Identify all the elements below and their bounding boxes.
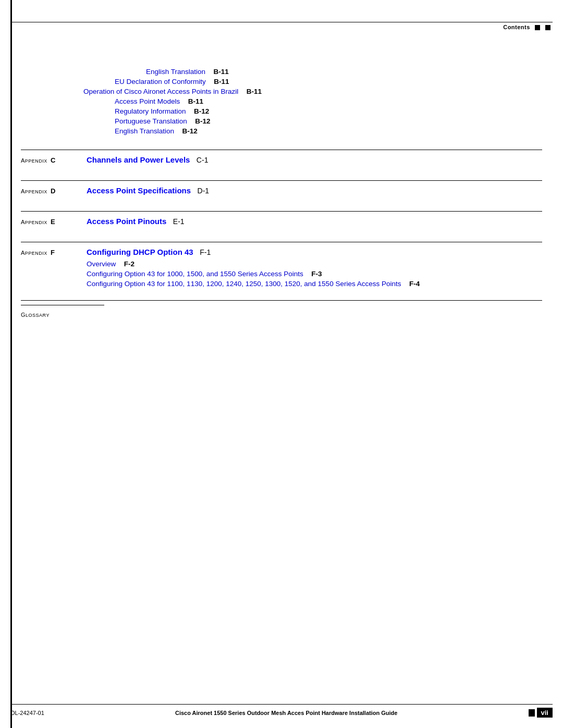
toc-entry: English Translation B-11: [115, 68, 542, 76]
toc-entry-page: B-11: [242, 88, 262, 95]
appendix-e-label: APPENDIX E: [21, 218, 78, 226]
footer-right-area: vii: [529, 708, 553, 718]
toc-entry: Regulatory Information B-12: [115, 107, 542, 115]
appendix-e-title[interactable]: Access Point Pinouts: [87, 217, 166, 226]
appendix-f-title[interactable]: Configuring DHCP Option 43: [87, 248, 193, 256]
appendix-f-label: APPENDIX F: [21, 249, 78, 256]
sub-entry-option43-1000: Configuring Option 43 for 1000, 1500, an…: [87, 270, 542, 278]
appendix-c-title[interactable]: Channels and Power Levels: [87, 155, 190, 164]
top-border: [10, 22, 553, 22]
appendix-c-page: C-1: [197, 156, 209, 164]
footer-title: Cisco Aironet 1550 Series Outdoor Mesh A…: [175, 710, 397, 716]
appendix-d-title[interactable]: Access Point Specifications: [87, 186, 191, 195]
appendix-e-title-wrapper: Access Point Pinouts E-1: [87, 217, 185, 226]
footer-top-line: [10, 704, 553, 705]
option43-1000-text[interactable]: Configuring Option 43 for 1000, 1500, an…: [87, 270, 303, 278]
appendix-d-label: APPENDIX D: [21, 187, 78, 195]
toc-entry-page: B-12: [190, 107, 210, 115]
option43-1100-page: F-4: [405, 280, 420, 288]
overview-page: F-2: [120, 260, 134, 268]
appendix-f-title-wrapper: Configuring DHCP Option 43 F-1: [87, 248, 211, 257]
toc-entry: English Translation B-12: [115, 127, 542, 135]
appendix-f-sub-entries: Overview F-2 Configuring Option 43 for 1…: [87, 260, 542, 288]
appendix-c-label: APPENDIX C: [21, 156, 78, 164]
contents-label: Contents: [503, 24, 530, 30]
header-square: [535, 25, 540, 30]
sub-entry-overview: Overview F-2: [87, 260, 542, 268]
toc-section: English Translation B-11 EU Declaration …: [21, 68, 542, 135]
toc-entry-text[interactable]: Access Point Models: [115, 97, 180, 105]
appendix-d-title-wrapper: Access Point Specifications D-1: [87, 186, 209, 195]
overview-text[interactable]: Overview: [87, 260, 116, 268]
contents-header: Contents: [503, 24, 550, 30]
toc-entry: Portuguese Translation B-12: [115, 117, 542, 125]
footer-square: [529, 709, 535, 717]
toc-entry-text[interactable]: Portuguese Translation: [115, 117, 187, 125]
toc-entry-text[interactable]: Operation of Cisco Aironet Access Points…: [83, 88, 238, 95]
page-container: Contents English Translation B-11 EU Dec…: [0, 0, 563, 728]
sub-entry-option43-1100: Configuring Option 43 for 1100, 1130, 12…: [87, 280, 542, 288]
footer: OL-24247-01 Cisco Aironet 1550 Series Ou…: [10, 704, 553, 718]
toc-entry-text[interactable]: EU Declaration of Conformity: [115, 78, 206, 85]
toc-entry: Access Point Models B-11: [115, 97, 542, 105]
main-content: English Translation B-11 EU Declaration …: [21, 31, 542, 319]
toc-entry-page: B-11: [210, 78, 229, 85]
footer-left: OL-24247-01: [10, 710, 44, 716]
appendix-e-page: E-1: [173, 217, 185, 226]
option43-1000-page: F-3: [308, 270, 322, 278]
appendix-f-page: F-1: [200, 248, 211, 256]
toc-entry-page: B-12: [178, 127, 198, 135]
toc-entry-text[interactable]: Regulatory Information: [115, 107, 186, 115]
toc-entry-text[interactable]: English Translation: [146, 68, 205, 76]
appendix-e-section: APPENDIX E Access Point Pinouts E-1: [21, 211, 542, 226]
glossary-section: GLOSSARY: [21, 300, 542, 319]
toc-entry-page: B-11: [184, 97, 203, 105]
footer-center: Cisco Aironet 1550 Series Outdoor Mesh A…: [175, 710, 397, 716]
appendix-c-section: APPENDIX C Channels and Power Levels C-1: [21, 150, 542, 165]
glossary-divider: [21, 305, 104, 305]
footer-page-number: vii: [537, 708, 553, 718]
footer-content: OL-24247-01 Cisco Aironet 1550 Series Ou…: [10, 708, 553, 718]
appendix-f-section: APPENDIX F Configuring DHCP Option 43 F-…: [21, 242, 542, 257]
bottom-left-bar: [10, 709, 12, 722]
option43-1100-text[interactable]: Configuring Option 43 for 1100, 1130, 12…: [87, 280, 401, 288]
appendix-c-title-wrapper: Channels and Power Levels C-1: [87, 155, 208, 165]
toc-entry-page: B-11: [210, 68, 229, 76]
glossary-label: GLOSSARY: [21, 312, 50, 318]
left-bar: [10, 0, 12, 728]
footer-doc-number: OL-24247-01: [10, 710, 44, 716]
appendix-d-page: D-1: [198, 187, 210, 195]
toc-entry: EU Declaration of Conformity B-11: [115, 78, 542, 85]
appendix-d-section: APPENDIX D Access Point Specifications D…: [21, 180, 542, 195]
toc-entry: Operation of Cisco Aironet Access Points…: [83, 88, 542, 95]
toc-entry-text[interactable]: English Translation: [115, 127, 174, 135]
toc-entry-page: B-12: [191, 117, 211, 125]
